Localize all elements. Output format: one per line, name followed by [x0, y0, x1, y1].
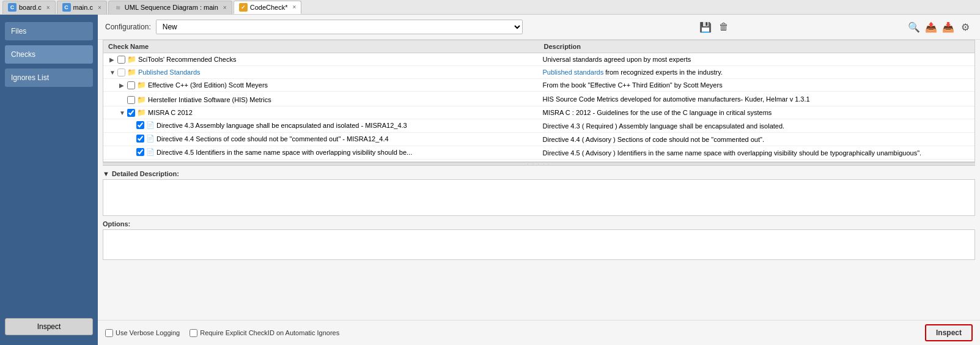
right-icons: 🔍 📤 📥 ⚙ [907, 20, 973, 34]
check-desc-cell: Directive 4.5 ( Advisory ) Identifiers i… [539, 146, 975, 160]
sidebar-item-ignores-list[interactable]: Ignores List [5, 69, 93, 87]
description-collapse-icon: ▼ [103, 170, 109, 177]
tab-main-c[interactable]: C main.c × [57, 1, 107, 14]
expand-icon[interactable]: ▶ [109, 56, 116, 63]
row-indent: ▼ 📁 Published Standards [107, 68, 201, 76]
check-name-label: Effective C++ (3rd Edition) Scott Meyers [148, 81, 268, 89]
table-row: ▶ 📁 SciTools' Recommended Checks Univers… [103, 53, 974, 66]
content-area: Configuration: New 💾 🗑 🔍 📤 📥 ⚙ Check Nam… [98, 15, 980, 345]
tab-board-c[interactable]: C board.c × [2, 1, 56, 14]
tab-board-c-label: board.c [19, 4, 42, 11]
tab-board-c-close[interactable]: × [46, 4, 50, 11]
require-checkid-label[interactable]: Require Explicit CheckID on Automatic Ig… [190, 329, 339, 337]
require-checkid-checkbox[interactable] [190, 329, 197, 337]
resize-dots-icon: · · · · · [527, 161, 550, 167]
file-icon: 📄 [146, 121, 155, 129]
options-content [103, 229, 975, 260]
folder-icon: 📁 [137, 108, 146, 117]
tab-uml[interactable]: ≋ UML Sequence Diagram : main × [108, 1, 232, 14]
config-actions: 💾 🗑 [698, 20, 731, 34]
folder-icon: 📁 [137, 95, 146, 104]
check-name-cell: ▶ 📁 SciTools' Recommended Checks [103, 53, 539, 66]
check-desc-cell: Published standards from recognized expe… [539, 66, 975, 79]
delete-button[interactable]: 🗑 [717, 20, 731, 34]
verbose-logging-checkbox[interactable] [105, 329, 113, 337]
save-button[interactable]: 💾 [698, 20, 713, 34]
tab-codecheck-label: CodeCheck* [250, 4, 288, 11]
tab-uml-close[interactable]: × [223, 4, 227, 11]
uml-icon: ≋ [114, 3, 122, 12]
table-row: 📄 Directive 4.5 Identifiers in the same … [103, 146, 974, 160]
check-checkbox[interactable] [127, 109, 135, 117]
import-button[interactable]: 📥 [941, 20, 956, 34]
col-check-name: Check Name [103, 40, 539, 53]
folder-icon: 📁 [137, 81, 146, 89]
check-desc-cell: Directive 4.3 ( Required ) Assembly lang… [539, 119, 975, 133]
folder-icon: 📁 [127, 55, 136, 64]
table-row: 📄 Directive 4.3 Assembly language shall … [103, 119, 974, 133]
resize-handle[interactable]: · · · · · [103, 162, 975, 166]
tab-main-c-label: main.c [73, 4, 93, 11]
sidebar-inspect-button[interactable]: Inspect [5, 318, 93, 335]
col-description: Description [539, 40, 975, 53]
check-name-label: Directive 4.5 Identifiers in the same na… [157, 149, 412, 156]
bottom-bar: Use Verbose Logging Require Explicit Che… [98, 320, 980, 345]
export-button[interactable]: 📤 [924, 20, 938, 34]
check-checkbox[interactable] [127, 96, 135, 104]
expand-icon[interactable]: ▼ [109, 69, 116, 76]
table-row: 📄 Directive 4.4 Sections of code should … [103, 133, 974, 146]
check-checkbox[interactable] [117, 69, 125, 76]
check-desc-cell: MISRA C : 2012 - Guidelines for the use … [539, 106, 975, 119]
config-select[interactable]: New [156, 20, 523, 34]
verbose-logging-label[interactable]: Use Verbose Logging [105, 329, 180, 337]
check-desc-cell: From the book "Effective C++ Third Editi… [539, 79, 975, 92]
table-row: ▼ 📁 MISRA C 2012 MISRA C : 2012 - Guidel… [103, 106, 974, 119]
options-label: Options: [103, 220, 130, 228]
sidebar-item-files[interactable]: Files [5, 22, 93, 40]
check-name-cell: ▶ 📁 Effective C++ (3rd Edition) Scott Me… [103, 79, 539, 92]
sidebar: Files Checks Ignores List Inspect [0, 15, 98, 345]
expand-icon[interactable]: ▶ [119, 82, 125, 89]
table-row: ▼ 📁 Published Standards Published standa… [103, 66, 974, 79]
file-icon: 📄 [146, 148, 155, 156]
check-checkbox[interactable] [117, 56, 125, 64]
check-name-label: Published Standards [138, 69, 201, 76]
check-name-label: SciTools' Recommended Checks [138, 56, 236, 63]
main-layout: Files Checks Ignores List Inspect Config… [0, 15, 980, 345]
table-row: ▶ 📁 Effective C++ (3rd Edition) Scott Me… [103, 79, 974, 92]
options-section: Options: [103, 218, 975, 260]
search-icon-btn[interactable]: 🔍 [907, 20, 921, 34]
verbose-logging-text: Use Verbose Logging [116, 329, 180, 336]
check-checkbox[interactable] [136, 135, 144, 143]
tab-codecheck[interactable]: ✓ CodeCheck* × [234, 1, 302, 14]
c-icon-2: C [62, 3, 71, 12]
check-checkbox[interactable] [136, 121, 144, 129]
require-checkid-text: Require Explicit CheckID on Automatic Ig… [200, 329, 339, 336]
inspect-button-right[interactable]: Inspect [925, 324, 973, 341]
description-content [103, 179, 975, 216]
sidebar-item-checks[interactable]: Checks [5, 45, 93, 64]
check-name-cell: ▼ 📁 Published Standards [103, 66, 539, 79]
config-label: Configuration: [105, 23, 151, 31]
code-icon: ✓ [239, 3, 248, 12]
options-header: Options: [103, 218, 975, 229]
check-name-label: Hersteller Intiative Software (HIS) Metr… [148, 96, 271, 103]
tab-uml-label: UML Sequence Diagram : main [125, 4, 218, 11]
check-desc-cell: HIS Source Code Metrics developed for au… [539, 92, 975, 106]
description-header[interactable]: ▼ Detailed Description: [103, 168, 975, 179]
c-icon: C [8, 3, 17, 12]
check-name-cell: 📁 Hersteller Intiative Software (HIS) Me… [103, 92, 539, 106]
settings-button[interactable]: ⚙ [958, 20, 973, 34]
tab-main-c-close[interactable]: × [98, 4, 101, 11]
check-name-cell: ▼ 📁 MISRA C 2012 [103, 106, 539, 119]
config-bar: Configuration: New 💾 🗑 🔍 📤 📥 ⚙ [98, 15, 980, 40]
check-checkbox[interactable] [127, 81, 135, 89]
tab-codecheck-close[interactable]: × [292, 4, 296, 10]
check-name-label: MISRA C 2012 [148, 109, 193, 116]
expand-icon[interactable]: ▼ [119, 109, 125, 116]
check-name-cell: 📄 Directive 4.4 Sections of code should … [103, 133, 539, 146]
file-icon: 📄 [146, 135, 155, 143]
row-indent: ▶ 📁 Effective C++ (3rd Edition) Scott Me… [107, 81, 268, 89]
check-name-cell: 📄 Directive 4.5 Identifiers in the same … [103, 146, 539, 160]
check-checkbox[interactable] [136, 148, 144, 156]
